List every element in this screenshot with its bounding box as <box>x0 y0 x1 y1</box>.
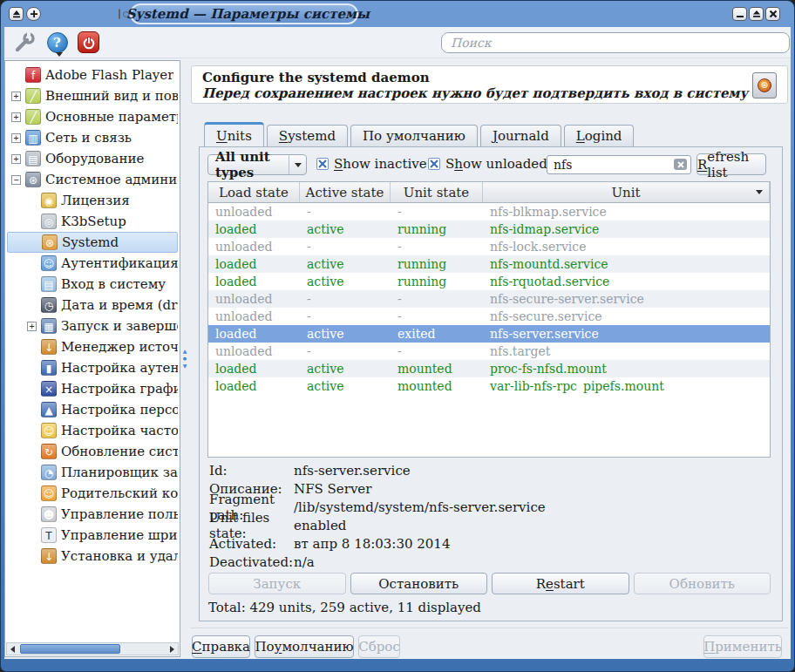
close-button[interactable] <box>765 7 780 21</box>
unit-cell: nfs-idmap.service <box>483 222 770 236</box>
show-unloaded-checkbox[interactable]: Show unloaded <box>428 156 547 172</box>
sidebar-item[interactable]: ↓Установка и удален <box>7 546 178 567</box>
quit-button[interactable] <box>77 31 100 54</box>
unit-cell: active <box>300 275 391 288</box>
units-tab-content: All unit types Show inactive Show unload… <box>199 146 783 621</box>
checkbox-icon[interactable] <box>428 158 440 170</box>
sidebar-item[interactable]: ☺Настройка частоты <box>7 420 178 441</box>
sidebar-item[interactable]: ☺Аутентификация <box>7 253 178 274</box>
maximize-button[interactable] <box>749 7 764 21</box>
sidebar-horizontal-scrollbar[interactable] <box>6 642 179 655</box>
reset-button[interactable]: Сброс <box>358 635 400 658</box>
unit-table-header[interactable]: Load state Active state Unit state Unit <box>208 182 770 203</box>
expander-icon[interactable]: − <box>11 175 21 185</box>
show-inactive-label: Show inactive <box>334 156 427 172</box>
expander-spacer <box>27 363 37 373</box>
title-pill[interactable]: Systemd — Параметры системы <box>130 3 358 24</box>
sidebar-item[interactable]: −⊛Системное администри <box>7 169 178 190</box>
action-button[interactable]: Обновить <box>634 573 771 594</box>
sidebar-item[interactable]: +╱Внешний вид и поведен <box>7 85 178 106</box>
show-inactive-checkbox[interactable]: Show inactive <box>316 156 427 172</box>
configure-button[interactable] <box>12 31 36 54</box>
splitter-handle[interactable]: ▲●▼ <box>181 348 188 369</box>
app-body: ? fAdobe Flash Player+╱Внешний вид и пов… <box>4 27 791 659</box>
sidebar-item[interactable]: +▤Оборудование <box>7 148 178 169</box>
unit-filter-input[interactable] <box>547 155 691 174</box>
expander-icon[interactable]: + <box>11 112 21 122</box>
refresh-list-button[interactable]: Refresh list <box>696 153 766 175</box>
keep-above-button[interactable] <box>9 7 24 21</box>
clear-search-icon[interactable] <box>674 159 687 170</box>
sidebar-item[interactable]: ▲Настройка персонал <box>7 399 178 420</box>
sidebar-item-label: Настройка частоты <box>61 423 178 438</box>
sidebar-item[interactable]: ▤Вход в систему <box>7 274 178 295</box>
unit-row[interactable]: loadedactiverunningnfs-rquotad.service <box>208 273 770 290</box>
sidebar-item[interactable]: ◷Дата и время (drakc <box>7 295 178 316</box>
expander-icon[interactable]: + <box>11 92 21 101</box>
scroll-left-arrow-icon[interactable] <box>7 643 18 655</box>
sidebar-item-label: Аутентификация <box>61 255 178 271</box>
sidebar-item[interactable]: ↓Менеджер источни <box>7 336 178 357</box>
sidebar-item[interactable]: ↻Обновление систем <box>7 441 178 462</box>
unit-row[interactable]: unloaded--nfs.target <box>208 343 770 360</box>
defaults-button[interactable]: По умолчанию <box>255 635 354 658</box>
unit-row[interactable]: unloaded--nfs-secure-server.service <box>208 290 770 308</box>
unit-cell: loaded <box>208 275 300 288</box>
minimize-icon <box>736 10 744 18</box>
expander-icon[interactable]: + <box>27 322 37 331</box>
help-footer-button[interactable]: Справка <box>192 635 250 658</box>
column-load-state[interactable]: Load state <box>208 182 300 202</box>
unit-row[interactable]: loadedactiverunningnfs-mountd.service <box>208 255 770 273</box>
tab-по-умолчанию[interactable]: По умолчанию <box>350 125 478 146</box>
expander-icon[interactable]: + <box>11 154 21 164</box>
unit-cell: - <box>300 240 391 254</box>
scroll-right-arrow-icon[interactable] <box>166 643 178 655</box>
systemd-module-icon: ⊛ <box>752 72 777 98</box>
window-menu-button[interactable] <box>26 7 41 21</box>
unit-row[interactable]: unloaded--nfs-lock.service <box>208 238 770 255</box>
action-button[interactable]: Restart <box>492 573 629 594</box>
sidebar-item[interactable]: ⊛Systemd <box>7 232 178 253</box>
sidebar-item[interactable]: +▦Запуск и завершени <box>7 316 178 336</box>
expander-icon[interactable]: + <box>11 133 21 143</box>
sidebar-item[interactable]: ◉Лицензия <box>7 190 178 211</box>
sidebar-item[interactable]: ◔Планировщик задан <box>7 462 178 483</box>
checkbox-icon[interactable] <box>316 158 329 170</box>
help-button[interactable]: ? <box>45 31 69 54</box>
sidebar-item[interactable]: ▮Настройка аутенти <box>7 357 178 378</box>
sidebar-item-label: Управление пользо <box>61 506 178 522</box>
unit-row[interactable]: loadedactiveexitednfs-server.service <box>208 325 770 343</box>
tab-systemd[interactable]: Systemd <box>267 125 348 146</box>
unit-row[interactable]: unloaded--nfs-secure.service <box>208 308 770 325</box>
sidebar-item[interactable]: fAdobe Flash Player <box>7 64 178 85</box>
titlebar[interactable]: Systemd — Параметры системы <box>1 1 794 27</box>
apply-button[interactable]: Применить <box>703 635 782 658</box>
sidebar-item[interactable]: +▥Сеть и связь <box>7 127 178 148</box>
global-search-input[interactable] <box>441 32 790 53</box>
unit-row[interactable]: unloaded--nfs-blkmap.service <box>208 203 770 221</box>
action-button[interactable]: Запуск <box>208 573 346 594</box>
tab-logind[interactable]: Logind <box>564 125 635 146</box>
column-unit-state[interactable]: Unit state <box>391 182 483 202</box>
sidebar-item[interactable]: ◎K3bSetup <box>7 211 178 232</box>
column-unit[interactable]: Unit <box>483 182 770 202</box>
sidebar-item[interactable]: ×Настройка графичес <box>7 378 178 399</box>
unit-cell: loaded <box>208 362 300 376</box>
unit-row[interactable]: loadedactivemountedvar-lib-nfs-rpc_pipef… <box>208 377 770 395</box>
unit-row[interactable]: loadedactiverunningnfs-idmap.service <box>208 221 770 238</box>
sidebar-item-label: Настройка персонал <box>61 402 178 417</box>
tab-journald[interactable]: Journald <box>480 125 561 146</box>
scrollbar-thumb[interactable] <box>20 644 120 654</box>
column-active-state[interactable]: Active state <box>300 182 391 202</box>
unit-row[interactable]: loadedactivemountedproc-fs-nfsd.mount <box>208 360 770 377</box>
tab-units[interactable]: Units <box>204 122 264 146</box>
sidebar-item[interactable]: TУправление шрифта <box>7 525 178 546</box>
expander-spacer <box>27 447 37 457</box>
sidebar-item[interactable]: ☻Управление пользо <box>7 504 178 525</box>
action-button[interactable]: Остановить <box>350 573 488 594</box>
sidebar-item[interactable]: +╱Основные параметры в <box>7 106 178 127</box>
unit-types-dropdown[interactable]: All unit types <box>207 154 307 175</box>
unit-cell: nfs-secure-server.service <box>483 292 770 306</box>
minimize-button[interactable] <box>732 7 747 21</box>
sidebar-item[interactable]: ☺Родительский контр <box>7 483 178 504</box>
